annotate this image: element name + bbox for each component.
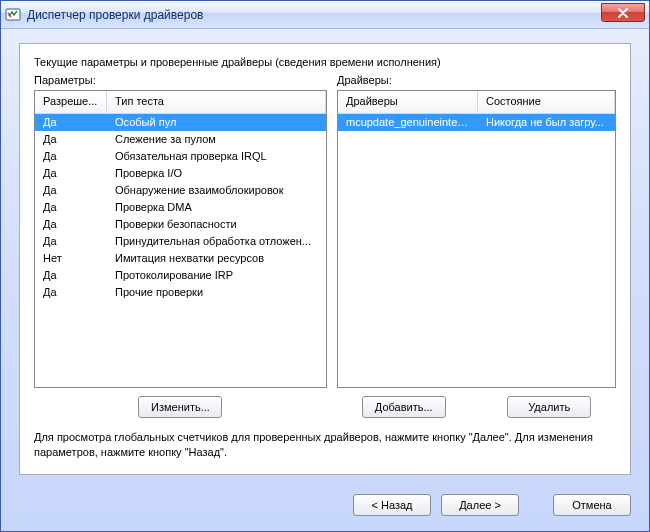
settings-row[interactable]: ДаОсобый пул (35, 114, 326, 131)
settings-cell-2: Обнаружение взаимоблокировок (107, 182, 326, 199)
wizard-footer: < Назад Далее > Отмена (1, 485, 649, 531)
drivers-cell-1: mcupdate_genuineintel.dll (338, 114, 478, 131)
titlebar: Диспетчер проверки драйверов (1, 1, 649, 29)
settings-row[interactable]: ДаПроверки безопасности (35, 216, 326, 233)
settings-row[interactable]: ДаПрочие проверки (35, 284, 326, 301)
remove-button[interactable]: Удалить (507, 396, 591, 418)
settings-row[interactable]: ДаОбязательная проверка IRQL (35, 148, 326, 165)
settings-cell-1: Да (35, 267, 107, 284)
settings-cell-1: Да (35, 182, 107, 199)
drivers-label: Драйверы: (337, 74, 616, 86)
settings-row[interactable]: ДаПроверка I/O (35, 165, 326, 182)
settings-cell-2: Протоколирование IRP (107, 267, 326, 284)
settings-row[interactable]: ДаПринудительная обработка отложен... (35, 233, 326, 250)
drivers-cell-2: Никогда не был загру... (478, 114, 615, 131)
settings-cell-1: Да (35, 233, 107, 250)
drivers-header-name[interactable]: Драйверы (338, 91, 478, 113)
add-button[interactable]: Добавить... (362, 396, 446, 418)
settings-cell-2: Проверка DMA (107, 199, 326, 216)
settings-row[interactable]: ДаОбнаружение взаимоблокировок (35, 182, 326, 199)
settings-cell-1: Нет (35, 250, 107, 267)
drivers-listbox[interactable]: Драйверы Состояние mcupdate_genuineintel… (337, 90, 616, 388)
settings-cell-1: Да (35, 199, 107, 216)
settings-row[interactable]: ДаПротоколирование IRP (35, 267, 326, 284)
drivers-row[interactable]: mcupdate_genuineintel.dllНикогда не был … (338, 114, 615, 131)
settings-cell-2: Имитация нехватки ресурсов (107, 250, 326, 267)
settings-listbox[interactable]: Разреше... Тип теста ДаОсобый пулДаСлеже… (34, 90, 327, 388)
settings-column: Параметры: Разреше... Тип теста ДаОсобый… (34, 74, 327, 418)
client-area: Текущие параметры и проверенные драйверы… (1, 29, 649, 485)
settings-cell-2: Особый пул (107, 114, 326, 131)
drivers-header-state[interactable]: Состояние (478, 91, 615, 113)
app-icon (5, 7, 21, 23)
settings-header-test[interactable]: Тип теста (107, 91, 326, 113)
settings-cell-1: Да (35, 165, 107, 182)
settings-row[interactable]: ДаСлежение за пулом (35, 131, 326, 148)
change-button[interactable]: Изменить... (138, 396, 222, 418)
close-button[interactable] (601, 3, 645, 22)
next-button[interactable]: Далее > (441, 494, 519, 516)
window-frame: Диспетчер проверки драйверов Текущие пар… (0, 0, 650, 532)
lists-row: Параметры: Разреше... Тип теста ДаОсобый… (34, 74, 616, 418)
close-icon (617, 8, 629, 18)
back-button[interactable]: < Назад (353, 494, 431, 516)
settings-cell-2: Обязательная проверка IRQL (107, 148, 326, 165)
settings-header: Разреше... Тип теста (35, 91, 326, 114)
settings-cell-2: Слежение за пулом (107, 131, 326, 148)
settings-cell-1: Да (35, 114, 107, 131)
settings-label: Параметры: (34, 74, 327, 86)
settings-row[interactable]: НетИмитация нехватки ресурсов (35, 250, 326, 267)
settings-cell-2: Проверки безопасности (107, 216, 326, 233)
settings-cell-1: Да (35, 148, 107, 165)
settings-cell-1: Да (35, 284, 107, 301)
inner-panel: Текущие параметры и проверенные драйверы… (19, 43, 631, 475)
cancel-button[interactable]: Отмена (553, 494, 631, 516)
settings-button-row: Изменить... (34, 396, 327, 418)
settings-row[interactable]: ДаПроверка DMA (35, 199, 326, 216)
drivers-button-row: Добавить... Удалить (337, 396, 616, 418)
drivers-body: mcupdate_genuineintel.dllНикогда не был … (338, 114, 615, 387)
settings-body: ДаОсобый пулДаСлежение за пуломДаОбязате… (35, 114, 326, 387)
drivers-header: Драйверы Состояние (338, 91, 615, 114)
hint-text: Для просмотра глобальных счетчиков для п… (34, 430, 616, 460)
window-title: Диспетчер проверки драйверов (27, 8, 203, 22)
settings-header-enabled[interactable]: Разреше... (35, 91, 107, 113)
settings-cell-1: Да (35, 131, 107, 148)
panel-heading: Текущие параметры и проверенные драйверы… (34, 56, 616, 68)
settings-cell-2: Принудительная обработка отложен... (107, 233, 326, 250)
settings-cell-1: Да (35, 216, 107, 233)
settings-cell-2: Проверка I/O (107, 165, 326, 182)
drivers-column: Драйверы: Драйверы Состояние mcupdate_ge… (337, 74, 616, 418)
settings-cell-2: Прочие проверки (107, 284, 326, 301)
